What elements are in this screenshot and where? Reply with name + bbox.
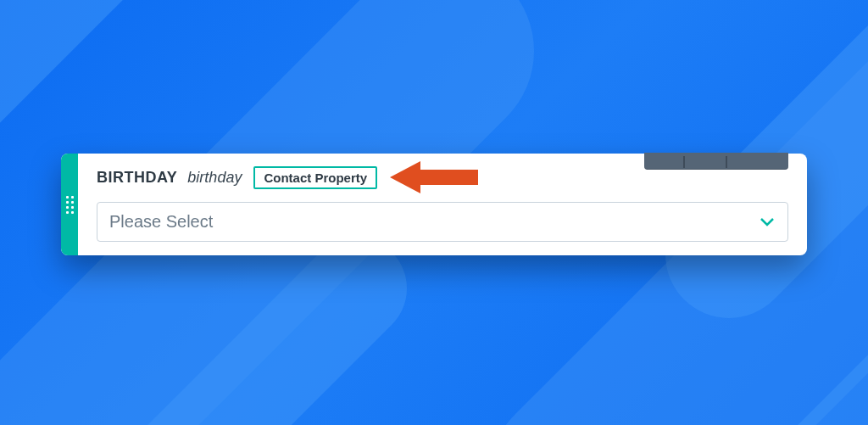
grip-icon: [66, 196, 74, 214]
field-label: BIRTHDAY: [97, 169, 177, 187]
chevron-down-icon: [760, 218, 774, 226]
svg-line-0: [0, 0, 170, 153]
contact-property-badge: Contact Property: [253, 166, 377, 189]
field-toolbar[interactable]: [644, 153, 788, 170]
drag-handle[interactable]: [61, 154, 78, 255]
field-slug: birthday: [187, 169, 242, 187]
select-placeholder: Please Select: [109, 212, 213, 232]
card-body: BIRTHDAY birthday Contact Property Pleas…: [78, 154, 807, 255]
field-card: BIRTHDAY birthday Contact Property Pleas…: [61, 154, 807, 255]
value-select[interactable]: Please Select: [97, 202, 788, 242]
